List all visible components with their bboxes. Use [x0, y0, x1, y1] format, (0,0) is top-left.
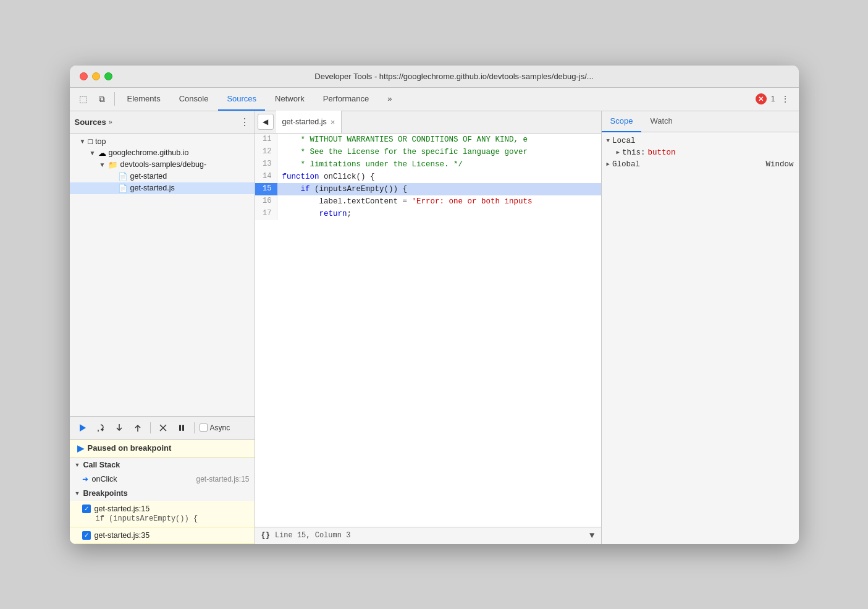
line-num-14: 14 [255, 171, 277, 183]
line-num-11: 11 [255, 134, 277, 146]
step-over-button[interactable] [93, 420, 108, 435]
scope-content: ▼ Local ▶ this: button ▶ Global Window [602, 132, 799, 544]
line-content-12: * See the License for the specific langu… [277, 146, 528, 158]
tab-watch[interactable]: Watch [641, 111, 681, 132]
js-file-icon: 📄 [118, 184, 128, 193]
tree-item-get-started[interactable]: 📄 get-started [70, 171, 255, 182]
call-stack-label: Call Stack [83, 461, 120, 469]
debug-bar: Async [70, 416, 255, 440]
inspect-element-icon[interactable]: ⬚ [75, 90, 92, 108]
scope-tabs: Scope Watch [602, 111, 799, 132]
code-line-15: 15 if (inputsAreEmpty()) { [255, 183, 601, 195]
tab-performance[interactable]: Performance [314, 87, 377, 111]
tree-label-top: top [95, 137, 106, 146]
window-title: Developer Tools - https://googlechrome.g… [120, 72, 789, 81]
device-toggle-icon[interactable]: ⧉ [93, 90, 111, 108]
tree-label-github: googlechrome.github.io [109, 148, 189, 157]
breakpoint-item-15[interactable]: ✓ get-started.js:15 if (inputsAreEmpty()… [70, 501, 255, 527]
code-line-11: 11 * WITHOUT WARRANTIES OR CONDITIONS OF… [255, 134, 601, 146]
deactivate-breakpoints-button[interactable] [156, 420, 171, 435]
async-label-text: Async [210, 424, 230, 432]
call-stack-header[interactable]: ▼ Call Stack [70, 458, 255, 472]
line-content-11: * WITHOUT WARRANTIES OR CONDITIONS OF AN… [277, 134, 528, 146]
pause-on-exception-button[interactable] [174, 420, 189, 435]
line-num-13: 13 [255, 158, 277, 171]
devtools-window: Developer Tools - https://googlechrome.g… [70, 66, 799, 544]
scope-section-local[interactable]: ▼ Local [602, 135, 799, 147]
code-line-17: 17 return; [255, 208, 601, 220]
tree-item-github[interactable]: ▼ ☁ googlechrome.github.io [70, 147, 255, 159]
code-line-13: 13 * limitations under the License. */ [255, 158, 601, 171]
close-button[interactable] [80, 72, 88, 80]
paused-banner: ▶ Paused on breakpoint [70, 440, 255, 458]
code-tab-close-icon[interactable]: × [331, 118, 335, 126]
scope-item-this[interactable]: ▶ this: button [602, 147, 799, 158]
code-tabs: ◀ get-started.js × [255, 111, 601, 134]
tab-separator [114, 92, 115, 106]
tab-network[interactable]: Network [266, 87, 313, 111]
svg-rect-7 [182, 425, 184, 431]
async-checkbox[interactable] [200, 424, 208, 432]
tab-console[interactable]: Console [171, 87, 217, 111]
local-label: Local [612, 137, 636, 145]
nav-back-icon[interactable]: ◀ [258, 114, 274, 130]
breakpoints-label: Breakpoints [83, 489, 127, 498]
error-icon[interactable]: ✕ [756, 93, 767, 104]
code-tab-gsjs[interactable]: get-started.js × [276, 111, 342, 133]
line-content-14: function onClick() { [277, 171, 375, 183]
call-stack-item-onclick[interactable]: ➜ onClick get-started.js:15 [70, 472, 255, 486]
tree-label-gsjs: get-started.js [130, 184, 175, 192]
traffic-lights [80, 72, 112, 80]
code-lines: 11 * WITHOUT WARRANTIES OR CONDITIONS OF… [255, 134, 601, 527]
step-out-button[interactable] [130, 420, 145, 435]
bp-checkbox-15[interactable]: ✓ [82, 505, 91, 513]
tree-arrow-github: ▼ [90, 150, 96, 156]
local-arrow-icon: ▼ [607, 138, 610, 144]
breakpoints-header[interactable]: ▼ Breakpoints [70, 486, 255, 501]
call-stack-arrow: ▼ [75, 462, 80, 468]
folder-icon-devtools: 📁 [108, 160, 118, 169]
left-panel: Sources » ⋮ ▼ □ top ▼ ☁ googlechrome.git… [70, 111, 255, 544]
maximize-button[interactable] [104, 72, 112, 80]
error-area: ✕ 1 [756, 93, 775, 104]
debug-sep-2 [194, 422, 195, 433]
tree-arrow-top: ▼ [80, 138, 86, 145]
step-into-button[interactable] [112, 420, 127, 435]
global-arrow-icon: ▶ [607, 161, 610, 168]
bp-check-icon: ✓ [84, 505, 89, 512]
scope-section-global[interactable]: ▶ Global Window [602, 158, 799, 171]
code-status-bar: {} Line 15, Column 3 ▼ [255, 527, 601, 544]
debug-sep-1 [150, 422, 151, 433]
bp-name-15: get-started.js:15 [95, 505, 150, 513]
breakpoint-item-35[interactable]: ✓ get-started.js:35 [70, 527, 255, 544]
tree-item-get-started-js[interactable]: 📄 get-started.js [70, 182, 255, 194]
tree-item-devtools[interactable]: ▼ 📁 devtools-samples/debug- [70, 159, 255, 171]
code-area: 11 * WITHOUT WARRANTIES OR CONDITIONS OF… [255, 134, 601, 544]
tab-more[interactable]: » [379, 87, 400, 111]
tab-sources[interactable]: Sources [218, 87, 265, 111]
status-brace: {} [261, 531, 270, 540]
svg-marker-0 [80, 424, 86, 432]
devtools-tabbar: ⬚ ⧉ Elements Console Sources Network Per… [70, 88, 799, 111]
format-icon[interactable]: ▼ [589, 530, 594, 540]
sources-panel-header: Sources » ⋮ [70, 111, 255, 134]
minimize-button[interactable] [92, 72, 100, 80]
code-line-12: 12 * See the License for the specific la… [255, 146, 601, 158]
tree-label-gs: get-started [130, 172, 167, 181]
tree-item-top[interactable]: ▼ □ top [70, 136, 255, 147]
tab-scope[interactable]: Scope [602, 111, 642, 132]
bp-checkbox-35[interactable]: ✓ [82, 531, 91, 540]
line-num-16: 16 [255, 195, 277, 208]
line-content-15: if (inputsAreEmpty()) { [277, 183, 408, 195]
panel-chevron-icon[interactable]: » [109, 118, 112, 126]
breakpoints-arrow: ▼ [75, 490, 80, 496]
settings-icon[interactable]: ⋮ [777, 90, 794, 108]
code-line-14: 14 function onClick() { [255, 171, 601, 183]
svg-rect-6 [179, 425, 181, 431]
tab-elements[interactable]: Elements [119, 87, 169, 111]
resume-button[interactable] [75, 420, 90, 435]
panel-more-icon[interactable]: ⋮ [240, 116, 250, 128]
line-num-12: 12 [255, 146, 277, 158]
right-area: ◀ get-started.js × 11 * WITHOUT WARRANTI… [255, 111, 601, 544]
call-stack-item-loc: get-started.js:15 [196, 475, 249, 483]
